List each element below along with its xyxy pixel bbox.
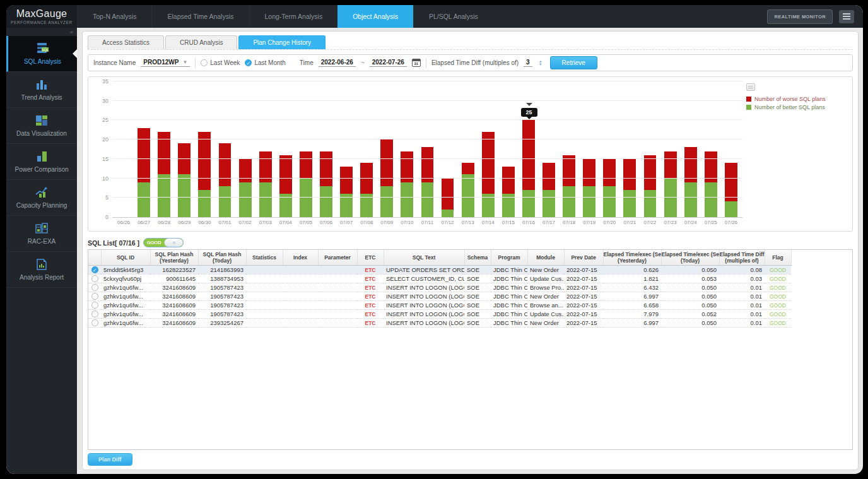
cell-statistics xyxy=(246,300,283,309)
chart-tooltip: 25 xyxy=(521,103,537,119)
elapsed-diff-input[interactable]: 3 xyxy=(524,59,532,67)
row-checked-icon[interactable]: ✓ xyxy=(91,266,98,273)
x-axis-tick: 07/23 xyxy=(660,218,681,225)
sql-list-header: SQL List[ 07/16 ] GOOD ≡ xyxy=(88,238,853,247)
sidebar-item-label: Trend Analysis xyxy=(21,94,62,101)
row-unchecked-icon[interactable] xyxy=(91,302,98,309)
table-row[interactable]: gzhkv1qu6fw...32416086092393254267ETCINS… xyxy=(88,318,791,327)
x-axis-tick: 07/14 xyxy=(478,218,498,225)
column-header-parameter[interactable]: Parameter xyxy=(318,250,357,265)
column-header-check[interactable] xyxy=(88,250,101,265)
column-header-hash-y[interactable]: SQL Plan Hash(Yesterday) xyxy=(150,250,198,265)
y-axis-tick: 10 xyxy=(93,175,108,182)
cell-program: JDBC Thin C... xyxy=(491,265,527,274)
cell-program: JDBC Thin C... xyxy=(491,318,527,327)
cell-module: Update Cus... xyxy=(527,309,564,318)
sidebar-item-data-visualization[interactable]: Data Visualization xyxy=(6,108,77,144)
main-nav: Top-N AnalysisElapsed Time AnalysisLong-… xyxy=(77,5,767,28)
calendar-icon[interactable]: 31 xyxy=(412,59,421,67)
cell-sql-id: gzhkv1qu6fw... xyxy=(101,283,150,292)
nav-tab-object-analysis[interactable]: Object Analysis xyxy=(337,5,413,28)
sidebar-item-power-comparison[interactable]: Power Comparison xyxy=(6,144,77,180)
cell-el-y: 6.432 xyxy=(603,283,661,292)
row-unchecked-icon[interactable] xyxy=(91,284,98,291)
column-header-etc[interactable]: ETC xyxy=(357,250,384,265)
better-segment xyxy=(198,190,211,217)
cell-index xyxy=(283,274,318,283)
table-row[interactable]: ✓5mddt5kt45rg316282235272141863993ETCUPD… xyxy=(88,265,791,274)
column-header-prev-date[interactable]: Prev Date xyxy=(564,250,603,265)
subtab-access-statistics[interactable]: Access Statistics xyxy=(88,35,164,49)
column-header-diff[interactable]: Elapsed Time Diff(multiples of) xyxy=(719,250,765,265)
column-header-el-y[interactable]: Elapsed Time/exec (Sec)(Yesterday) xyxy=(603,250,661,265)
row-unchecked-icon[interactable] xyxy=(91,275,98,282)
column-header-program[interactable]: Program xyxy=(491,250,527,265)
gridline xyxy=(112,158,742,159)
x-axis-tick: 07/24 xyxy=(681,218,701,225)
cell-el-y: 6.997 xyxy=(603,292,661,300)
subtab-crud-analysis[interactable]: CRUD Analysis xyxy=(165,35,237,49)
column-header-statistics[interactable]: Statistics xyxy=(246,250,283,265)
table-row[interactable]: gzhkv1qu6fw...32416086091905787423ETCINS… xyxy=(88,283,791,292)
column-header-schema[interactable]: Schema xyxy=(464,250,491,265)
nav-tab-top-n-analysis[interactable]: Top-N Analysis xyxy=(77,5,151,28)
nav-tab-long-term-analysis[interactable]: Long-Term Analysis xyxy=(249,5,338,28)
table-row[interactable]: 5ckxyqfvu60pj9006116451388734953ETCSELEC… xyxy=(88,274,791,283)
cell-hash-y: 3241608609 xyxy=(150,283,198,292)
sql-table: SQL IDSQL Plan Hash(Yesterday)SQL Plan H… xyxy=(88,249,853,450)
last-month-radio[interactable]: ✓ Last Month xyxy=(245,59,285,66)
good-toggle[interactable]: GOOD ≡ xyxy=(143,238,184,247)
column-header-el-t[interactable]: Elapsed Time/exec (Sec)(Today) xyxy=(661,250,719,265)
nav-tab-pl-sql-analysis[interactable]: PL/SQL Analysis xyxy=(413,5,493,28)
row-unchecked-icon[interactable] xyxy=(91,319,98,326)
instance-name-label: Instance Name xyxy=(93,59,136,66)
spinner-icon[interactable]: ▲▼ xyxy=(539,60,542,66)
analysis-report-icon xyxy=(35,258,48,271)
time-from-input[interactable]: 2022-06-26 xyxy=(319,59,356,67)
better-segment xyxy=(542,190,555,217)
worse-segment xyxy=(198,132,211,190)
last-week-radio[interactable]: Last Week xyxy=(201,59,240,66)
subtab-plan-change-history[interactable]: Plan Change History xyxy=(238,35,326,49)
row-unchecked-icon[interactable] xyxy=(91,310,98,317)
sidebar-item-trend-analysis[interactable]: Trend Analysis xyxy=(6,72,77,108)
hamburger-menu-button[interactable] xyxy=(839,10,854,23)
column-header-sql-text[interactable]: SQL Text xyxy=(384,250,464,265)
plan-diff-button[interactable]: Plan Diff xyxy=(88,453,132,466)
cell-el-t: 0.050 xyxy=(661,300,719,309)
chevron-down-icon: ▼ xyxy=(182,59,187,65)
better-segment xyxy=(239,182,252,217)
column-header-sql-id[interactable]: SQL ID xyxy=(101,250,150,265)
cell-hash-y: 3241608609 xyxy=(150,318,198,327)
sidebar-item-sql-analysis[interactable]: SQLSQL Analysis xyxy=(6,36,77,72)
cell-sql-text: UPDATE ORDERS SET ORDER_MO... xyxy=(384,265,464,274)
chart-menu-icon[interactable] xyxy=(746,83,755,91)
worse-segment xyxy=(482,132,495,194)
retrieve-button[interactable]: Retrieve xyxy=(550,56,597,69)
column-header-index[interactable]: Index xyxy=(283,250,318,265)
cell-index xyxy=(283,318,318,327)
column-header-flag[interactable]: Flag xyxy=(765,250,791,265)
table-row[interactable]: gzhkv1qu6fw...32416086091905787423ETCINS… xyxy=(88,309,791,318)
instance-name-select[interactable]: PROD12WP ▼ xyxy=(141,59,190,67)
realtime-monitor-button[interactable]: REALTIME MONITOR xyxy=(767,9,833,24)
table-row[interactable]: gzhkv1qu6fw...32416086091905787423ETCINS… xyxy=(88,300,791,309)
cell-el-y: 0.626 xyxy=(603,265,661,274)
cell-statistics xyxy=(246,265,283,274)
nav-tab-elapsed-time-analysis[interactable]: Elapsed Time Analysis xyxy=(151,5,249,28)
good-toggle-label: GOOD xyxy=(144,239,164,247)
cell-module: New Order xyxy=(527,318,564,327)
etc-flag: ETC xyxy=(365,293,376,300)
sidebar-item-analysis-report[interactable]: Analysis Report xyxy=(6,252,77,288)
worse-segment xyxy=(219,143,232,186)
row-unchecked-icon[interactable] xyxy=(91,293,98,300)
column-header-hash-t[interactable]: SQL Plan Hash(Today) xyxy=(198,250,246,265)
table-row[interactable]: gzhkv1qu6fw...32416086091905787423ETCINS… xyxy=(88,292,791,300)
column-header-module[interactable]: Module xyxy=(527,250,564,265)
time-to-input[interactable]: 2022-07-26 xyxy=(370,59,407,67)
sidebar-item-rac-exa[interactable]: RAC-EXA xyxy=(6,216,77,252)
sidebar-item-capacity-planning[interactable]: Capacity Planning xyxy=(6,180,77,216)
collapse-sidebar-icon[interactable]: « xyxy=(70,29,73,35)
cell-prev-date: 2022-07-15 xyxy=(564,265,603,274)
sub-tabs: Access StatisticsCRUD AnalysisPlan Chang… xyxy=(88,35,853,50)
